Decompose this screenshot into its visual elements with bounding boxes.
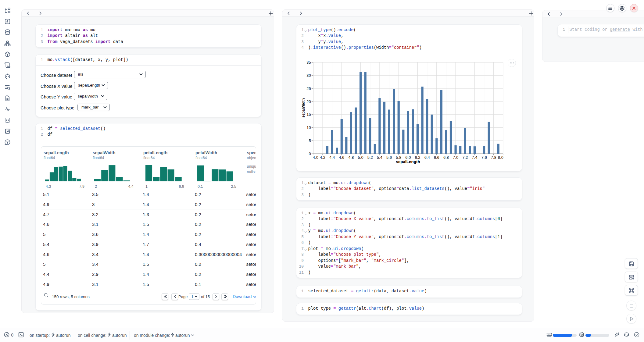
svg-text:7.2: 7.2 xyxy=(462,155,468,160)
svg-text:7.4: 7.4 xyxy=(472,155,477,160)
svg-text:6.0: 6.0 xyxy=(405,155,411,160)
svg-text:15: 15 xyxy=(306,112,311,117)
svg-text:5.0: 5.0 xyxy=(358,155,363,160)
svg-text:sepalLength: sepalLength xyxy=(396,159,420,164)
svg-text:7.8: 7.8 xyxy=(491,155,496,160)
svg-text:4.2: 4.2 xyxy=(320,155,325,160)
svg-text:8.0: 8.0 xyxy=(498,155,503,160)
svg-text:35: 35 xyxy=(306,60,311,65)
svg-text:30: 30 xyxy=(306,73,311,78)
svg-text:4.6: 4.6 xyxy=(339,155,344,160)
svg-text:6.2: 6.2 xyxy=(415,155,420,160)
svg-text:0: 0 xyxy=(309,151,311,156)
svg-text:sepalWidth: sepalWidth xyxy=(301,98,306,118)
svg-text:4.8: 4.8 xyxy=(348,155,354,160)
svg-text:5.4: 5.4 xyxy=(377,155,382,160)
svg-text:25: 25 xyxy=(306,86,311,91)
svg-text:7.6: 7.6 xyxy=(481,155,487,160)
svg-text:5.8: 5.8 xyxy=(396,155,401,160)
svg-text:5: 5 xyxy=(309,138,311,143)
svg-text:20: 20 xyxy=(306,99,311,104)
svg-text:10: 10 xyxy=(306,125,311,130)
svg-text:6.6: 6.6 xyxy=(434,155,439,160)
svg-text:6.8: 6.8 xyxy=(443,155,449,160)
svg-text:7.0: 7.0 xyxy=(453,155,458,160)
svg-text:6.4: 6.4 xyxy=(424,155,430,160)
svg-text:5.2: 5.2 xyxy=(367,155,373,160)
svg-text:4.4: 4.4 xyxy=(329,155,335,160)
svg-text:5.6: 5.6 xyxy=(386,155,392,160)
svg-text:4.0: 4.0 xyxy=(313,155,318,160)
